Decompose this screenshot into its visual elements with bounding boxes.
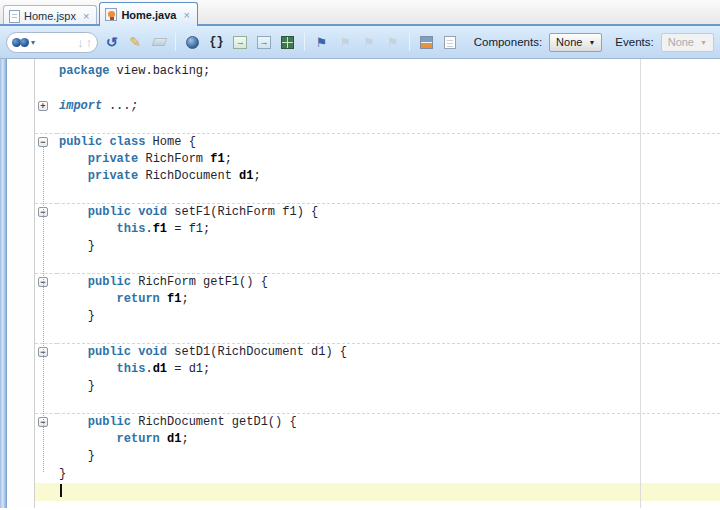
expand-fold-icon[interactable]: +	[38, 101, 48, 111]
code-token: .	[145, 222, 152, 236]
code-line[interactable]: private RichDocument d1;	[57, 168, 720, 186]
code-line[interactable]	[57, 81, 720, 99]
code-line[interactable]: }	[57, 466, 720, 484]
code-line[interactable]: this.d1 = d1;	[57, 361, 720, 379]
code-line[interactable]	[57, 396, 720, 414]
eraser-icon	[151, 38, 167, 46]
fold-margin-row: −	[35, 413, 57, 431]
fold-margin-row	[35, 466, 57, 484]
source-editor-toolbar: ▾ ↓ ↑ ↺ ✎ {} → → ⚑ ⚑ ⚑ ⚑ Components: Non…	[0, 26, 720, 59]
code-line[interactable]: return f1;	[57, 291, 720, 309]
code-line[interactable]: public class Home {	[57, 133, 720, 151]
toggle-code-folding-button[interactable]	[277, 31, 298, 53]
code-line[interactable]	[57, 326, 720, 344]
code-line[interactable]: return d1;	[57, 431, 720, 449]
code-line[interactable]: }	[57, 448, 720, 466]
java-file-icon	[105, 8, 117, 21]
close-icon[interactable]: ×	[83, 11, 89, 21]
fold-margin-row	[35, 396, 57, 414]
code-token: }	[59, 467, 66, 481]
find-input[interactable]	[37, 36, 75, 48]
clear-highlight-button[interactable]	[149, 31, 170, 53]
code-line[interactable]: this.f1 = f1;	[57, 221, 720, 239]
code-token	[59, 205, 88, 219]
events-dropdown-value: None	[668, 36, 694, 48]
fold-margin-row: −	[35, 343, 57, 361]
code-token: ;	[181, 432, 188, 446]
code-token: private	[88, 169, 138, 183]
fold-margin-row	[35, 291, 57, 309]
highlight-button[interactable]: ✎	[125, 31, 146, 53]
code-line[interactable]: public void setD1(RichDocument d1) {	[57, 343, 720, 361]
code-line[interactable]: }	[57, 308, 720, 326]
clear-bookmarks-button[interactable]: ⚑	[382, 31, 403, 53]
code-line[interactable]	[57, 483, 720, 501]
code-line[interactable]: public RichDocument getD1() {	[57, 413, 720, 431]
fold-margin-row: −	[35, 133, 57, 151]
fold-scope-line	[43, 287, 44, 314]
collapse-fold-icon[interactable]: −	[38, 137, 48, 147]
code-token: Home {	[145, 135, 195, 149]
fold-margin-row	[35, 116, 57, 134]
code-token: ...;	[102, 99, 138, 113]
code-lines[interactable]: package view.backing;import ...;public c…	[57, 59, 720, 508]
stack-view-button[interactable]	[416, 31, 437, 53]
jdeveloper-editor-window: Home.jspx × Home.java × ▾ ↓ ↑ ↺ ✎ {} → →…	[0, 0, 720, 510]
fold-scope-line	[43, 427, 44, 454]
next-bookmark-button[interactable]: ⚑	[335, 31, 356, 53]
clear-bookmarks-icon: ⚑	[387, 36, 399, 49]
code-token: f1	[210, 152, 224, 166]
events-label: Events:	[615, 36, 653, 48]
reformat-icon	[186, 36, 199, 49]
fold-margin-row	[35, 308, 57, 326]
fold-margin-row	[35, 431, 57, 449]
code-token	[59, 362, 117, 376]
find-previous-icon[interactable]: ↑	[86, 36, 93, 49]
components-dropdown[interactable]: None ▼	[549, 33, 602, 52]
code-line[interactable]: public void setF1(RichForm f1) {	[57, 203, 720, 221]
reformat-button[interactable]	[182, 31, 203, 53]
fold-margin-row	[35, 63, 57, 81]
code-line[interactable]: package view.backing;	[57, 63, 720, 81]
components-dropdown-value: None	[556, 36, 582, 48]
editor-left-accent-strip	[0, 59, 7, 508]
toggle-bookmark-button[interactable]: ⚑	[311, 31, 332, 53]
stack-view-icon	[420, 36, 433, 49]
new-snippet-button[interactable]	[440, 31, 461, 53]
previous-bookmark-button[interactable]: ⚑	[359, 31, 380, 53]
code-line[interactable]: private RichForm f1;	[57, 151, 720, 169]
events-dropdown[interactable]: None ▼	[661, 33, 714, 52]
code-line[interactable]	[57, 186, 720, 204]
code-line[interactable]: import ...;	[57, 98, 720, 116]
fold-margin-row	[35, 238, 57, 256]
close-icon[interactable]: ×	[183, 10, 189, 20]
fold-margin-row	[35, 483, 57, 501]
binoculars-search-icon[interactable]	[12, 38, 29, 47]
code-token	[59, 222, 117, 236]
go-to-last-edit-button[interactable]: ↺	[101, 31, 122, 53]
surround-with-button[interactable]: →	[230, 31, 251, 53]
code-token: d1	[167, 432, 181, 446]
search-options-caret-icon[interactable]: ▾	[31, 38, 35, 47]
tab-home-jspx[interactable]: Home.jspx ×	[3, 5, 97, 26]
find-next-icon[interactable]: ↓	[77, 36, 84, 49]
code-token	[59, 345, 88, 359]
tab-home-java[interactable]: Home.java ×	[99, 2, 197, 26]
code-token: setD1(RichDocument d1) {	[167, 345, 347, 359]
code-line[interactable]: }	[57, 378, 720, 396]
complete-statement-button[interactable]: →	[254, 31, 275, 53]
code-token: }	[59, 239, 95, 253]
code-token: setF1(RichForm f1) {	[167, 205, 318, 219]
last-edit-icon: ↺	[106, 34, 118, 50]
code-line[interactable]: public RichForm getF1() {	[57, 273, 720, 291]
code-token	[59, 275, 88, 289]
code-line[interactable]: }	[57, 238, 720, 256]
code-token: private	[88, 152, 138, 166]
code-line[interactable]	[57, 116, 720, 134]
code-token: ;	[225, 152, 232, 166]
match-braces-button[interactable]: {}	[206, 31, 227, 53]
page-icon	[444, 36, 456, 49]
highlighter-icon: ✎	[129, 34, 141, 50]
code-line[interactable]	[57, 256, 720, 274]
fold-scope-line	[43, 357, 44, 384]
